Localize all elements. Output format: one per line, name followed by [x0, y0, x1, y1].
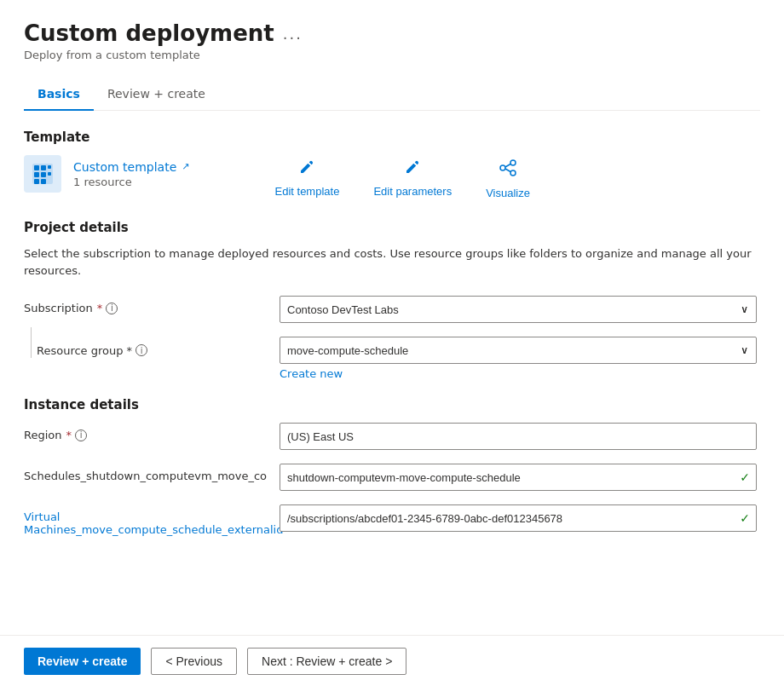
subscription-select-box: Contoso DevTest Labs ∨ [280, 296, 757, 323]
svg-rect-1 [34, 165, 39, 170]
svg-line-12 [505, 164, 510, 168]
resource-group-label: Resource group * i [37, 344, 147, 357]
schedules-group: Schedules_shutdown_computevm_move_co ✓ [24, 464, 760, 491]
region-label: Region * i [24, 423, 280, 441]
subscription-select[interactable]: Contoso DevTest Labs [280, 296, 757, 323]
resource-count: 1 resource [73, 176, 190, 188]
schedules-input-wrapper: ✓ [280, 464, 757, 491]
region-group: Region * i [24, 423, 760, 450]
page-subtitle: Deploy from a custom template [24, 49, 760, 61]
visualize-icon [499, 159, 517, 182]
svg-rect-6 [41, 179, 46, 184]
page-title: Custom deployment ... [24, 20, 760, 46]
template-actions: Edit template Edit parameters [275, 159, 530, 199]
edit-parameters-label: Edit parameters [373, 185, 452, 198]
svg-rect-2 [41, 165, 46, 170]
external-link-icon: ↗ [182, 161, 189, 172]
svg-rect-7 [48, 165, 51, 169]
subscription-required: * [97, 302, 103, 314]
template-section: Template [24, 130, 760, 199]
resource-group-select[interactable]: move-compute-schedule [280, 337, 757, 364]
resource-group-select-box: move-compute-schedule ∨ [280, 337, 757, 364]
svg-line-13 [505, 169, 510, 172]
virtual-machines-label: Virtual Machines_move_compute_schedule_e… [24, 504, 280, 536]
visualize-label: Visualize [486, 187, 530, 199]
subscription-label: Subscription * i [24, 296, 280, 314]
edit-parameters-button[interactable]: Edit parameters [373, 159, 452, 199]
edit-template-icon [298, 159, 315, 180]
footer-bar: Review + create < Previous Next : Review… [0, 635, 784, 686]
project-details-section: Project details Select the subscription … [24, 220, 760, 380]
svg-point-11 [510, 170, 516, 176]
tab-bar: Basics Review + create [24, 78, 760, 111]
instance-details-heading: Instance details [24, 397, 760, 412]
virtual-machines-control: ✓ [280, 504, 757, 532]
virtual-machines-check-icon: ✓ [740, 511, 750, 525]
schedules-control: ✓ [280, 464, 757, 491]
svg-rect-4 [41, 172, 46, 177]
virtual-machines-group: Virtual Machines_move_compute_schedule_e… [24, 504, 760, 536]
subscription-control: Contoso DevTest Labs ∨ [280, 296, 757, 323]
template-link[interactable]: Custom template ↗ [73, 160, 190, 174]
region-input[interactable] [280, 423, 757, 450]
project-description: Select the subscription to manage deploy… [24, 245, 757, 279]
resource-group-info-icon[interactable]: i [135, 344, 147, 356]
ellipsis-menu[interactable]: ... [283, 25, 303, 43]
svg-rect-3 [34, 172, 39, 177]
virtual-machines-input-wrapper: ✓ [280, 504, 757, 532]
template-icon [24, 155, 61, 193]
svg-point-9 [500, 165, 505, 170]
svg-point-10 [510, 160, 516, 165]
instance-details-section: Instance details Region * i Schedules_sh… [24, 397, 760, 536]
region-control [280, 423, 757, 450]
subscription-group: Subscription * i Contoso DevTest Labs ∨ [24, 296, 760, 323]
resource-group-control: move-compute-schedule ∨ Create new [280, 337, 757, 380]
next-button[interactable]: Next : Review + create > [247, 648, 406, 675]
visualize-button[interactable]: Visualize [486, 159, 530, 199]
template-card: Custom template ↗ 1 resource [24, 155, 190, 193]
tab-basics[interactable]: Basics [24, 78, 94, 111]
tab-review-create[interactable]: Review + create [94, 78, 219, 111]
region-info-icon[interactable]: i [75, 429, 87, 441]
previous-button[interactable]: < Previous [151, 648, 237, 675]
svg-rect-5 [34, 179, 39, 184]
edit-template-button[interactable]: Edit template [275, 159, 340, 199]
edit-parameters-icon [404, 159, 421, 180]
template-info: Custom template ↗ 1 resource [73, 160, 190, 188]
create-new-link[interactable]: Create new [280, 367, 343, 380]
virtual-machines-input[interactable] [280, 504, 757, 532]
schedules-input[interactable] [280, 464, 757, 491]
project-details-heading: Project details [24, 220, 760, 235]
review-create-button[interactable]: Review + create [24, 648, 141, 675]
svg-rect-8 [48, 172, 51, 176]
page-header: Custom deployment ... Deploy from a cust… [24, 20, 760, 61]
schedules-label: Schedules_shutdown_computevm_move_co [24, 464, 280, 482]
schedules-check-icon: ✓ [740, 470, 750, 484]
subscription-info-icon[interactable]: i [106, 303, 118, 314]
edit-template-label: Edit template [275, 185, 340, 198]
template-section-heading: Template [24, 130, 760, 145]
